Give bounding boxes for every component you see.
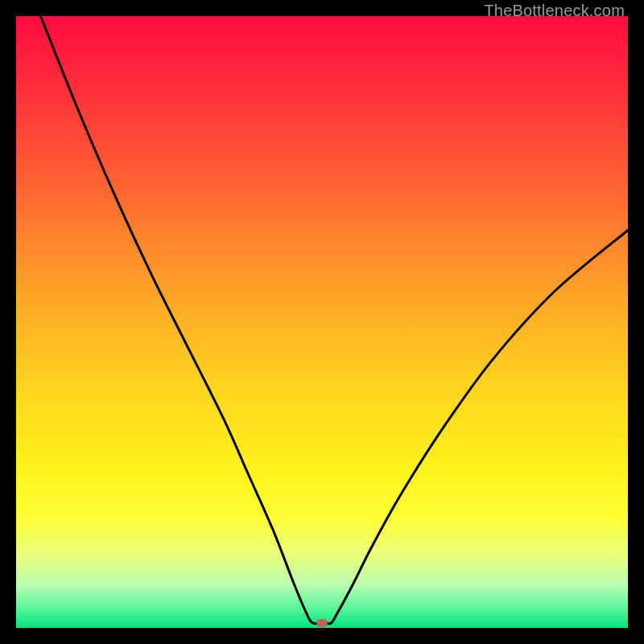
min-marker: [316, 619, 328, 627]
plot-area: [16, 16, 628, 628]
curve-svg: [16, 16, 628, 628]
bottleneck-path: [40, 16, 628, 624]
chart-frame: TheBottleneck.com: [0, 0, 644, 644]
